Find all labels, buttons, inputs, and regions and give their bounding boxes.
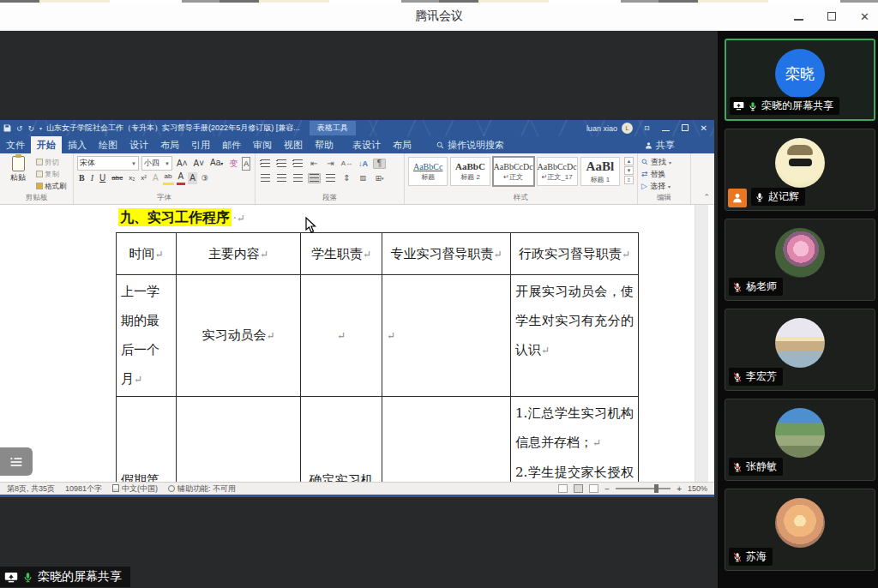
sort-button[interactable]: ↓A — [357, 159, 370, 169]
word-close-icon[interactable]: ✕ — [701, 123, 707, 133]
tab-home[interactable]: 开始 — [31, 136, 62, 154]
tab-mailings[interactable]: 邮件 — [216, 136, 247, 154]
tab-table-layout[interactable]: 布局 — [387, 136, 418, 154]
participant-tile[interactable]: 李宏芳 — [725, 309, 875, 391]
doc-heading[interactable]: 九、实习工作程序·↵ — [118, 209, 245, 227]
participant-tile[interactable]: 栾晓 栾晓的屏幕共享 — [725, 39, 875, 121]
styles-up-icon[interactable]: ▲ — [624, 157, 634, 165]
font-size-combo[interactable]: 小四▼ — [141, 156, 172, 171]
table-cell[interactable]: ↵ — [382, 397, 511, 483]
tab-layout[interactable]: 布局 — [154, 136, 185, 154]
redo-icon[interactable]: ↻ — [28, 124, 35, 133]
select-button[interactable]: ▷ 选择▾ — [641, 180, 687, 192]
italic-button[interactable]: I — [89, 172, 95, 184]
table-cell[interactable]: 确定实习机构↵ — [177, 397, 301, 483]
word-count[interactable]: 10981个字 — [65, 483, 102, 495]
zoom-slider[interactable] — [616, 488, 671, 489]
web-layout-button[interactable] — [589, 484, 598, 493]
share-button[interactable]: 共享 — [645, 139, 675, 152]
participant-tile[interactable]: 赵记辉 — [725, 129, 875, 211]
tab-table-design[interactable]: 表设计 — [346, 136, 387, 154]
styles-more-icon[interactable]: ≡ — [624, 176, 634, 184]
styles-down-icon[interactable]: ▼ — [624, 166, 634, 175]
style-card-title[interactable]: AaBbCc 标题 — [408, 157, 448, 186]
phonetic-guide-button[interactable]: 变 — [227, 158, 239, 170]
word-restore-icon[interactable] — [682, 123, 689, 133]
minimize-icon[interactable] — [794, 11, 803, 22]
read-mode-button[interactable] — [558, 484, 568, 493]
table-cell[interactable]: 1.汇总学生实习机构信息并存档；↵2.学生提交家长授权书；↵3.与学生对接实习保 — [511, 397, 639, 483]
language-indicator[interactable]: 中文(中国) — [112, 483, 158, 495]
table-cell[interactable]: ↵ — [382, 275, 511, 397]
table-cell[interactable]: 上一学期的最后一个月↵ — [117, 275, 177, 397]
styles-gallery-scroll[interactable]: ▲ ▼ ≡ — [624, 157, 634, 184]
asian-layout-button[interactable]: A↔ — [340, 159, 353, 169]
find-button[interactable]: 查找▾ — [641, 156, 687, 168]
maximize-icon[interactable] — [827, 11, 836, 22]
qat-dropdown-icon[interactable]: ▾ — [39, 125, 42, 131]
superscript-button[interactable]: x² — [139, 172, 148, 184]
shrink-font-button[interactable]: A˅ — [192, 158, 207, 170]
font-name-combo[interactable]: 宋体▼ — [77, 156, 139, 171]
bullets-button[interactable] — [259, 159, 272, 169]
participant-tile[interactable]: 杨老师 — [725, 219, 875, 301]
style-card-heading2[interactable]: AaBbC 标题 2 — [450, 157, 490, 186]
numbering-button[interactable] — [275, 159, 288, 169]
borders-button[interactable]: ⊞▾ — [373, 173, 386, 183]
tab-design[interactable]: 设计 — [123, 136, 154, 154]
close-icon[interactable]: ✕ — [860, 11, 869, 22]
table-header-cell[interactable]: 时间↵ — [117, 233, 177, 275]
table-cell[interactable]: 开展实习动员会，使学生对实习有充分的认识↵ — [511, 275, 639, 397]
tab-review[interactable]: 审阅 — [247, 136, 278, 154]
enclose-characters-button[interactable]: ③ — [200, 172, 210, 184]
paste-button[interactable]: 粘贴 — [3, 156, 33, 193]
cut-button[interactable]: 剪切 — [36, 158, 67, 168]
save-icon[interactable] — [3, 124, 11, 132]
text-effects-button[interactable]: A — [151, 172, 160, 184]
style-card-normal17[interactable]: AaBbCcDc ↵正文_17 — [537, 157, 578, 186]
distribute-button[interactable] — [324, 173, 337, 183]
font-color-button[interactable]: A — [177, 171, 186, 185]
word-minimize-icon[interactable] — [662, 123, 670, 133]
user-avatar[interactable]: L — [622, 123, 633, 134]
multilevel-list-button[interactable] — [292, 159, 304, 169]
style-card-normal[interactable]: AaBbCcDc ↵正文 — [493, 157, 534, 186]
table-cell[interactable]: ↵ — [301, 275, 382, 397]
tab-view[interactable]: 视图 — [278, 136, 309, 154]
line-spacing-button[interactable]: ⇕ — [340, 173, 353, 183]
zoom-level[interactable]: 150% — [688, 484, 707, 493]
tell-me-search[interactable]: 操作说明搜索 — [436, 139, 504, 152]
align-left-button[interactable] — [259, 173, 272, 183]
change-case-button[interactable]: Aa▾ — [208, 157, 225, 170]
accessibility-status[interactable]: 辅助功能: 不可用 — [168, 483, 236, 495]
copy-button[interactable]: 复制 — [36, 170, 67, 180]
table-header-cell[interactable]: 主要内容↵ — [177, 233, 301, 275]
character-shading-button[interactable]: A — [188, 172, 197, 184]
participant-tile[interactable]: 张静敏 — [725, 399, 875, 481]
table-header-cell[interactable]: 行政实习督导职责↵ — [511, 233, 639, 275]
replace-button[interactable]: ⇄ 替换 — [641, 168, 687, 180]
table-cell[interactable]: 实习动员会↵ — [177, 275, 301, 397]
show-marks-button[interactable]: ¶ — [373, 159, 386, 169]
zoom-slider-thumb[interactable] — [654, 484, 658, 493]
document-canvas[interactable]: 九、实习工作程序·↵ 时间↵主要内容↵学生职责↵专业实习督导职责↵行政实习督导职… — [0, 205, 714, 482]
bold-button[interactable]: B — [77, 172, 87, 184]
tab-insert[interactable]: 插入 — [62, 136, 93, 154]
table-cell[interactable]: 确定实习机构↵ — [301, 397, 382, 483]
subscript-button[interactable]: x₂ — [127, 172, 136, 184]
strikethrough-button[interactable]: abc — [110, 172, 124, 184]
zoom-in-button[interactable]: + — [677, 484, 682, 494]
collapse-ribbon-icon[interactable]: ⌃ — [703, 193, 710, 201]
format-painter-button[interactable]: 格式刷 — [36, 182, 67, 192]
highlight-color-button[interactable]: ab — [163, 171, 174, 185]
increase-indent-button[interactable]: ⇥ — [324, 159, 337, 169]
grow-font-button[interactable]: A˄ — [175, 158, 189, 170]
table-header-cell[interactable]: 学生职责↵ — [301, 233, 382, 275]
align-center-button[interactable] — [275, 173, 288, 183]
decrease-indent-button[interactable]: ⇤ — [308, 159, 321, 169]
shading-button[interactable]: ▨ — [357, 173, 370, 183]
doc-scrollbar[interactable] — [695, 205, 708, 482]
doc-table[interactable]: 时间↵主要内容↵学生职责↵专业实习督导职责↵行政实习督导职责↵上一学期的最后一个… — [116, 232, 639, 482]
ribbon-options-icon[interactable]: ⊡ — [644, 124, 650, 132]
zoom-out-button[interactable]: − — [604, 484, 610, 494]
